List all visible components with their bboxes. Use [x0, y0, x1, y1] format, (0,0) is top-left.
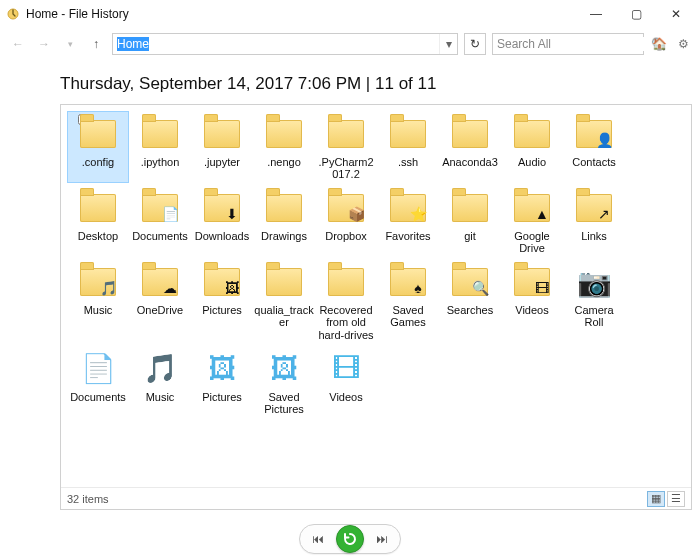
- item-label: .jupyter: [204, 156, 240, 168]
- view-details[interactable]: ☰: [667, 491, 685, 507]
- forward-button[interactable]: →: [34, 34, 54, 54]
- item-label: Drawings: [261, 230, 307, 242]
- library-icon: 🎞: [322, 349, 370, 389]
- folder-icon: 🎞: [508, 262, 556, 302]
- link-overlay-icon: ↗: [594, 204, 614, 224]
- library-icon: 🖼: [260, 349, 308, 389]
- view-large-icons[interactable]: ▦: [647, 491, 665, 507]
- folder-icon: [260, 114, 308, 154]
- up-button[interactable]: ↑: [86, 34, 106, 54]
- grid-item[interactable]: .ipython: [129, 111, 191, 183]
- grid-item[interactable]: .ssh: [377, 111, 439, 183]
- item-label: Dropbox: [325, 230, 367, 242]
- grid-item[interactable]: 🖼Pictures: [191, 259, 253, 343]
- grid-item[interactable]: ↗Links: [563, 185, 625, 257]
- item-label: Pictures: [202, 391, 242, 403]
- grid-item[interactable]: Recovered from old hard-drives: [315, 259, 377, 343]
- library-icon: 🖼: [198, 349, 246, 389]
- refresh-button[interactable]: ↻: [464, 33, 486, 55]
- library-icon: 🎵: [136, 349, 184, 389]
- home-icon[interactable]: 🏠: [650, 35, 668, 53]
- grid-item[interactable]: 🔍Searches: [439, 259, 501, 343]
- folder-icon: [74, 114, 122, 154]
- library-icon: 📄: [74, 349, 122, 389]
- grid-item[interactable]: 🖼Saved Pictures: [253, 346, 315, 418]
- grid-item[interactable]: 📦Dropbox: [315, 185, 377, 257]
- grid-item[interactable]: 📄Documents: [129, 185, 191, 257]
- grid-item[interactable]: Audio: [501, 111, 563, 183]
- grid-item[interactable]: qualia_tracker: [253, 259, 315, 343]
- folder-icon: ♠: [384, 262, 432, 302]
- grid-item[interactable]: ▲Google Drive: [501, 185, 563, 257]
- item-label: Saved Pictures: [256, 391, 312, 415]
- grid-item[interactable]: Desktop: [67, 185, 129, 257]
- address-input[interactable]: [113, 34, 439, 54]
- folder-icon: [74, 188, 122, 228]
- left-spacer: [0, 60, 60, 520]
- grid-item[interactable]: 👤Contacts: [563, 111, 625, 183]
- folder-icon: [198, 114, 246, 154]
- app-icon: [6, 7, 20, 21]
- folder-icon: [384, 114, 432, 154]
- item-label: .ssh: [398, 156, 418, 168]
- title-bar: Home - File History — ▢ ✕: [0, 0, 700, 28]
- folder-icon: [136, 114, 184, 154]
- grid-item[interactable]: Anaconda3: [439, 111, 501, 183]
- grid-item[interactable]: ⭐Favorites: [377, 185, 439, 257]
- grid-item[interactable]: ☁OneDrive: [129, 259, 191, 343]
- grid-item[interactable]: .jupyter: [191, 111, 253, 183]
- search-box[interactable]: 🔍: [492, 33, 644, 55]
- folder-icon: [446, 114, 494, 154]
- restore-button[interactable]: [336, 525, 364, 553]
- video-overlay-icon: 🎞: [532, 278, 552, 298]
- minimize-button[interactable]: —: [576, 0, 616, 28]
- main-area: Thursday, September 14, 2017 7:06 PM | 1…: [0, 60, 700, 520]
- grid-item[interactable]: 📷Camera Roll: [563, 259, 625, 343]
- search-overlay-icon: 🔍: [470, 278, 490, 298]
- item-label: Favorites: [385, 230, 430, 242]
- next-version-button[interactable]: ⏭: [366, 525, 398, 553]
- folder-icon: ↗: [570, 188, 618, 228]
- grid-item[interactable]: Drawings: [253, 185, 315, 257]
- recent-dropdown[interactable]: ▾: [60, 34, 80, 54]
- game-overlay-icon: ♠: [408, 278, 428, 298]
- settings-icon[interactable]: ⚙: [674, 35, 692, 53]
- item-label: Desktop: [78, 230, 118, 242]
- grid-item[interactable]: ♠Saved Games: [377, 259, 439, 343]
- grid-item[interactable]: 🎵Music: [67, 259, 129, 343]
- item-label: git: [464, 230, 476, 242]
- item-label: .PyCharm2017.2: [316, 156, 376, 180]
- folder-icon: [260, 262, 308, 302]
- item-label: Downloads: [195, 230, 249, 242]
- grid-item[interactable]: 🎞Videos: [315, 346, 377, 418]
- close-button[interactable]: ✕: [656, 0, 696, 28]
- grid-item[interactable]: 🖼Pictures: [191, 346, 253, 418]
- back-button[interactable]: ←: [8, 34, 28, 54]
- item-label: .nengo: [267, 156, 301, 168]
- cloud-overlay-icon: ☁: [160, 278, 180, 298]
- grid-item[interactable]: .PyCharm2017.2: [315, 111, 377, 183]
- item-label: .ipython: [141, 156, 180, 168]
- grid-item[interactable]: 📄Documents: [67, 346, 129, 418]
- folder-icon: 📦: [322, 188, 370, 228]
- address-dropdown[interactable]: ▾: [439, 34, 457, 54]
- grid-item[interactable]: 🎞Videos: [501, 259, 563, 343]
- item-count: 32 items: [67, 493, 109, 505]
- folder-icon: ☁: [136, 262, 184, 302]
- grid-item[interactable]: git: [439, 185, 501, 257]
- download-overlay-icon: ⬇: [222, 204, 242, 224]
- grid-item[interactable]: .nengo: [253, 111, 315, 183]
- item-label: Audio: [518, 156, 546, 168]
- grid-item[interactable]: ⬇Downloads: [191, 185, 253, 257]
- grid-item[interactable]: .config: [67, 111, 129, 183]
- search-input[interactable]: [497, 37, 647, 51]
- item-label: Videos: [515, 304, 548, 316]
- grid-item[interactable]: 🎵Music: [129, 346, 191, 418]
- folder-icon: 👤: [570, 114, 618, 154]
- folder-icon: 📄: [136, 188, 184, 228]
- maximize-button[interactable]: ▢: [616, 0, 656, 28]
- item-label: OneDrive: [137, 304, 183, 316]
- address-bar[interactable]: ▾: [112, 33, 458, 55]
- previous-version-button[interactable]: ⏮: [302, 525, 334, 553]
- item-label: Contacts: [572, 156, 615, 168]
